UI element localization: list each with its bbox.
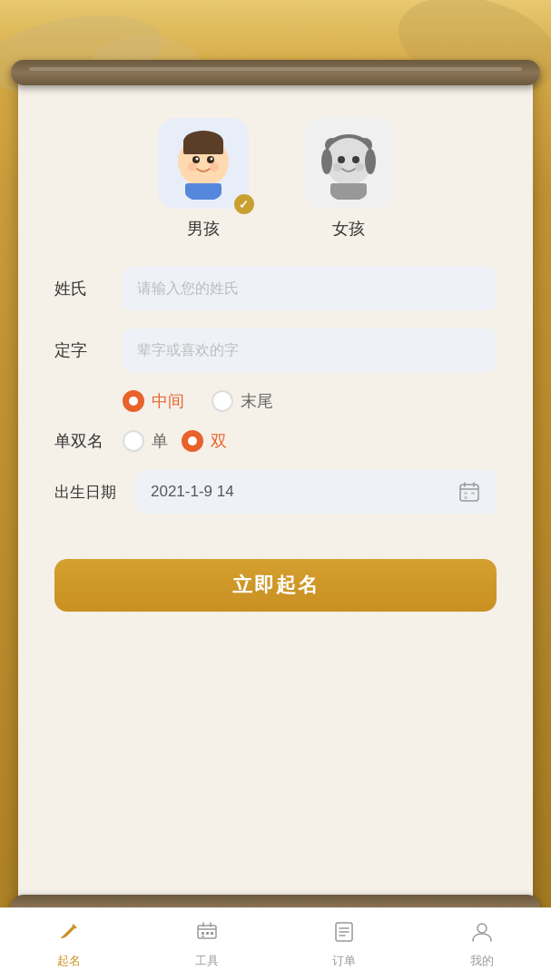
fixed-char-label: 定字 (54, 339, 109, 361)
svg-point-19 (333, 162, 342, 172)
svg-point-17 (338, 156, 345, 163)
svg-point-20 (355, 162, 364, 172)
name-type-row: 单双名 单 双 (54, 430, 497, 452)
surname-label: 姓氏 (54, 278, 109, 299)
svg-point-18 (352, 156, 359, 163)
boy-checkmark: ✓ (234, 194, 254, 214)
end-option[interactable]: 末尾 (212, 390, 273, 412)
nav-label-naming: 起名 (57, 953, 81, 969)
girl-label: 女孩 (332, 218, 365, 240)
orders-icon (332, 920, 356, 949)
tools-icon (195, 920, 219, 949)
scroll-container: ✓ 男孩 (18, 73, 533, 907)
svg-point-8 (210, 162, 219, 172)
birthdate-row: 出生日期 2021-1-9 14 (54, 470, 497, 514)
fixed-char-input[interactable] (123, 328, 497, 372)
svg-rect-23 (460, 485, 478, 501)
girl-avatar (303, 118, 394, 209)
bottom-nav: 起名 工具 订单 (0, 907, 551, 980)
nav-item-orders[interactable]: 订单 (276, 920, 414, 969)
nav-label-profile: 我的 (470, 953, 494, 969)
submit-button[interactable]: 立即起名 (54, 559, 497, 612)
boy-avatar: ✓ (158, 118, 249, 209)
nav-label-orders: 订单 (332, 953, 356, 969)
middle-label: 中间 (152, 390, 184, 412)
scroll-top-bar (11, 60, 540, 85)
svg-point-5 (195, 158, 198, 161)
svg-rect-34 (211, 932, 213, 935)
svg-rect-28 (471, 492, 475, 495)
svg-point-42 (477, 924, 487, 933)
girl-option[interactable]: 女孩 (303, 118, 394, 240)
svg-point-7 (188, 162, 197, 172)
svg-rect-33 (206, 932, 209, 935)
svg-rect-22 (330, 183, 367, 194)
boy-illustration (167, 127, 240, 200)
content-area: ✓ 男孩 (18, 73, 533, 907)
end-radio[interactable] (212, 390, 233, 412)
svg-point-16 (365, 149, 376, 174)
svg-rect-35 (202, 936, 204, 937)
nav-label-tools: 工具 (195, 953, 219, 969)
single-label: 单 (152, 430, 168, 452)
nav-item-profile[interactable]: 我的 (413, 920, 551, 969)
boy-option[interactable]: ✓ 男孩 (158, 118, 249, 240)
end-label: 末尾 (241, 390, 273, 412)
single-option[interactable]: 单 (123, 430, 168, 452)
naming-icon (57, 920, 81, 949)
svg-rect-27 (464, 492, 467, 495)
birthdate-label: 出生日期 (54, 482, 123, 503)
calendar-icon (457, 479, 482, 505)
form-section: 姓氏 定字 中间 末尾 单双名 (54, 267, 497, 612)
svg-rect-32 (202, 932, 204, 935)
double-radio[interactable] (182, 430, 203, 452)
svg-point-6 (210, 158, 212, 161)
profile-icon (470, 920, 494, 949)
surname-row: 姓氏 (54, 267, 497, 310)
svg-rect-10 (185, 183, 221, 194)
svg-point-15 (321, 149, 332, 174)
date-value: 2021-1-9 14 (151, 483, 234, 501)
girl-illustration (312, 127, 385, 200)
nav-item-tools[interactable]: 工具 (138, 920, 276, 969)
svg-rect-29 (464, 496, 467, 499)
single-radio[interactable] (123, 430, 144, 452)
double-option[interactable]: 双 (182, 430, 227, 452)
nav-item-naming[interactable]: 起名 (0, 920, 138, 969)
middle-radio[interactable] (123, 390, 144, 412)
position-row: 中间 末尾 (54, 390, 497, 412)
surname-input[interactable] (123, 267, 497, 310)
boy-label: 男孩 (187, 218, 220, 240)
date-field[interactable]: 2021-1-9 14 (136, 470, 497, 514)
gender-section: ✓ 男孩 (54, 109, 497, 240)
fixed-char-row: 定字 (54, 328, 497, 372)
name-type-label: 单双名 (54, 430, 109, 452)
svg-rect-2 (183, 142, 223, 154)
double-label: 双 (211, 430, 227, 452)
middle-option[interactable]: 中间 (123, 390, 184, 412)
